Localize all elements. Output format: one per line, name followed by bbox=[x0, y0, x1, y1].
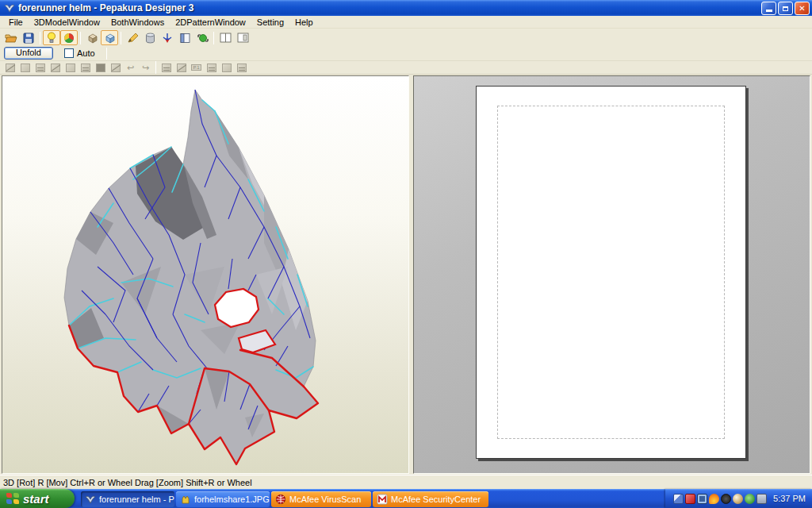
start-label: start bbox=[23, 492, 49, 506]
menu-file[interactable]: File bbox=[3, 17, 29, 28]
select-sphere-icon[interactable] bbox=[193, 30, 211, 45]
rotate-part-icon[interactable] bbox=[108, 62, 123, 74]
menu-bar: File 3DModelWindow BothWindows 2DPattern… bbox=[0, 16, 812, 29]
menu-help[interactable]: Help bbox=[289, 17, 319, 28]
status-bar: 3D [Rot] R [Mov] Ctrl+R or Wheel Drag [Z… bbox=[0, 475, 812, 489]
toolbar-separator bbox=[40, 32, 40, 44]
stack-icon[interactable] bbox=[204, 62, 219, 74]
sync-icon[interactable] bbox=[745, 494, 755, 504]
minimize-button[interactable] bbox=[761, 2, 776, 15]
taskbar: start forerunner helm - Pe... forhelmsha… bbox=[0, 489, 812, 508]
export-box-icon[interactable] bbox=[219, 62, 234, 74]
disc-icon[interactable] bbox=[733, 494, 743, 504]
taskbar-item-label: forerunner helm - Pe... bbox=[99, 495, 174, 504]
taskbar-item-pepakura[interactable]: forerunner helm - Pe... bbox=[81, 491, 174, 507]
corner-select-icon[interactable] bbox=[159, 62, 174, 74]
flatten-icon[interactable] bbox=[234, 62, 249, 74]
edit-vertex-icon[interactable] bbox=[17, 62, 33, 74]
drop-axis-icon[interactable] bbox=[159, 30, 176, 45]
mcafee-globe-icon bbox=[275, 494, 286, 505]
light-bulb-icon[interactable] bbox=[43, 30, 60, 45]
3d-model-view[interactable] bbox=[2, 75, 409, 474]
display-icon[interactable] bbox=[756, 494, 767, 504]
toolbar-separator bbox=[80, 32, 81, 44]
system-tray: 5:37 PM bbox=[665, 489, 812, 508]
auto-checkbox[interactable] bbox=[64, 48, 74, 58]
image-file-icon bbox=[180, 494, 191, 505]
pepakura-app-icon bbox=[4, 2, 15, 13]
panel-icon[interactable] bbox=[176, 30, 193, 45]
close-button[interactable]: ✕ bbox=[795, 2, 810, 15]
taskbar-item-label: McAfee SecurityCenter bbox=[391, 495, 481, 504]
flame-icon[interactable] bbox=[709, 494, 719, 504]
save-icon[interactable] bbox=[20, 30, 37, 45]
status-text: 3D [Rot] R [Mov] Ctrl+R or Wheel Drag [Z… bbox=[3, 478, 252, 487]
2d-pattern-view[interactable] bbox=[413, 75, 810, 474]
color-cube-icon[interactable] bbox=[60, 30, 78, 45]
paint-can-icon[interactable] bbox=[63, 62, 78, 74]
texture-icon[interactable] bbox=[33, 62, 48, 74]
tray-clock: 5:37 PM bbox=[773, 494, 806, 503]
main-area bbox=[0, 75, 812, 475]
redo-icon[interactable]: ↪ bbox=[138, 62, 153, 74]
undo-icon[interactable]: ↩ bbox=[123, 62, 138, 74]
single-pane-layout-icon[interactable] bbox=[234, 30, 251, 45]
dark-panel-icon[interactable] bbox=[93, 62, 108, 74]
restore-button[interactable] bbox=[778, 2, 793, 15]
toolbar-separator bbox=[155, 61, 156, 74]
network-icon[interactable] bbox=[673, 494, 684, 504]
unfold-bar: Unfold Auto bbox=[0, 46, 812, 61]
pattern-page bbox=[476, 86, 746, 459]
two-pane-layout-icon[interactable] bbox=[216, 30, 234, 45]
page-number-icon[interactable]: P.1 bbox=[189, 62, 204, 74]
pepakura-bird-icon bbox=[85, 494, 96, 505]
select-arrow-icon[interactable] bbox=[2, 62, 17, 74]
auto-checkbox-label: Auto bbox=[77, 48, 95, 58]
taskbar-item-mcafee-virusscan[interactable]: McAfee VirusScan bbox=[271, 491, 371, 507]
menu-setting[interactable]: Setting bbox=[251, 17, 289, 28]
column-icon[interactable] bbox=[78, 62, 93, 74]
cylinder-icon[interactable] bbox=[141, 30, 159, 45]
open-folder-icon[interactable] bbox=[2, 30, 20, 45]
taskbar-item-label: forhelmshare1.JPG - ... bbox=[194, 495, 270, 504]
pencil-icon[interactable] bbox=[124, 30, 141, 45]
unfold-button[interactable]: Unfold bbox=[4, 47, 53, 60]
toolbar-separator bbox=[106, 48, 107, 60]
taskbar-item-image[interactable]: forhelmshare1.JPG - ... bbox=[176, 491, 270, 507]
computer-icon[interactable] bbox=[697, 494, 707, 504]
pan-view-box-icon[interactable] bbox=[101, 30, 118, 45]
helmet-3d-model bbox=[2, 76, 408, 473]
alert-icon[interactable] bbox=[685, 494, 695, 504]
title-bar[interactable]: forerunner helm - Pepakura Designer 3 ✕ bbox=[0, 0, 812, 16]
main-toolbar bbox=[0, 29, 812, 46]
desktop: { "window": { "title": "forerunner helm … bbox=[0, 0, 812, 508]
toolbar-separator bbox=[213, 32, 214, 44]
window-title: forerunner helm - Pepakura Designer 3 bbox=[18, 2, 193, 13]
rotate-view-box-icon[interactable] bbox=[83, 30, 101, 45]
taskbar-item-mcafee-securitycenter[interactable]: McAfee SecurityCenter bbox=[373, 491, 488, 507]
hatch-icon[interactable] bbox=[48, 62, 63, 74]
taskbar-item-label: McAfee VirusScan bbox=[289, 495, 361, 504]
menu-bothwindows[interactable]: BothWindows bbox=[105, 17, 170, 28]
menu-2dpatternwindow[interactable]: 2DPatternWindow bbox=[170, 17, 251, 28]
mcafee-m-icon bbox=[377, 494, 388, 505]
windows-flag-icon bbox=[6, 493, 19, 504]
clock-icon[interactable] bbox=[721, 494, 731, 504]
menu-3dmodelwindow[interactable]: 3DModelWindow bbox=[29, 17, 105, 28]
pattern-toolbar: ↩ ↪ P.1 bbox=[0, 61, 812, 75]
toolbar-separator bbox=[121, 32, 121, 44]
page-margin-guide bbox=[497, 106, 725, 439]
arrange-parts-icon[interactable] bbox=[174, 62, 189, 74]
start-button[interactable]: start bbox=[0, 489, 75, 508]
